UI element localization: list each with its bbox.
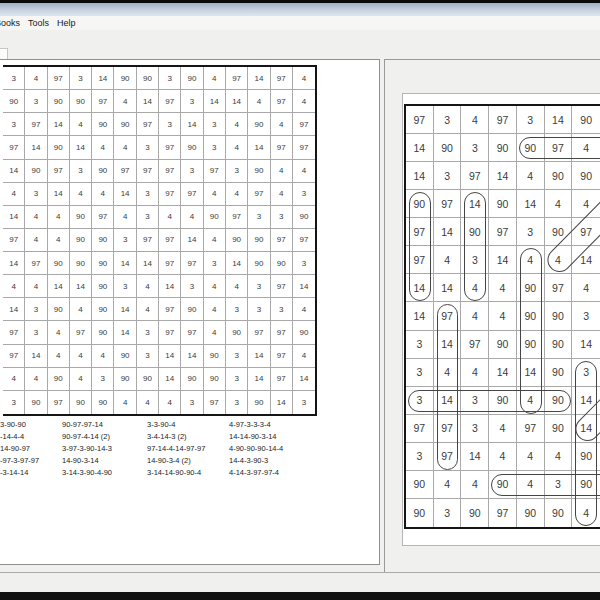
grid-cell[interactable]: 97 xyxy=(25,113,47,136)
grid-cell[interactable]: 90 xyxy=(517,274,545,302)
grid-cell[interactable]: 97 xyxy=(248,183,270,206)
grid-cell[interactable]: 4 xyxy=(204,321,226,344)
grid-cell[interactable]: 14 xyxy=(92,67,114,90)
grid-cell[interactable]: 3 xyxy=(461,246,489,274)
grid-cell[interactable]: 14 xyxy=(114,183,136,206)
grid-cell[interactable]: 97 xyxy=(137,160,159,183)
grid-cell[interactable]: 4 xyxy=(271,160,293,183)
grid-cell[interactable]: 3 xyxy=(114,229,136,252)
grid-cell[interactable]: 90 xyxy=(137,368,159,391)
grid-cell[interactable]: 3 xyxy=(137,321,159,344)
grid-cell[interactable]: 4 xyxy=(204,275,226,298)
grid-cell[interactable]: 3 xyxy=(406,359,434,387)
grid-cell[interactable]: 97 xyxy=(271,136,293,159)
grid-cell[interactable]: 3 xyxy=(461,387,489,415)
grid-cell[interactable]: 97 xyxy=(293,229,315,252)
grid-cell[interactable]: 90 xyxy=(48,368,70,391)
grid-cell[interactable]: 3 xyxy=(226,345,248,368)
grid-cell[interactable]: 97 xyxy=(271,67,293,90)
grid-cell[interactable]: 4 xyxy=(545,190,573,218)
grid-cell[interactable]: 90 xyxy=(92,298,114,321)
grid-cell[interactable]: 90 xyxy=(572,443,600,471)
grid-cell[interactable]: 97 xyxy=(271,345,293,368)
grid-cell[interactable]: 4 xyxy=(461,106,489,134)
grid-cell[interactable]: 3 xyxy=(406,443,434,471)
grid-cell[interactable]: 90 xyxy=(248,113,270,136)
grid-cell[interactable]: 90 xyxy=(92,275,114,298)
grid-cell[interactable]: 14 xyxy=(489,246,517,274)
grid-cell[interactable]: 4 xyxy=(461,274,489,302)
grid-cell[interactable]: 4 xyxy=(70,298,92,321)
grid-cell[interactable]: 3 xyxy=(517,106,545,134)
grid-cell[interactable]: 4 xyxy=(461,302,489,330)
grid-cell[interactable]: 90 xyxy=(248,160,270,183)
grid-cell[interactable]: 4 xyxy=(48,321,70,344)
grid-cell[interactable]: 3 xyxy=(204,113,226,136)
grid-cell[interactable]: 97 xyxy=(3,321,25,344)
grid-cell[interactable]: 14 xyxy=(248,345,270,368)
grid-cell[interactable]: 97 xyxy=(406,415,434,443)
grid-cell[interactable]: 3 xyxy=(517,218,545,246)
grid-cell[interactable]: 90 xyxy=(406,190,434,218)
grid-cell[interactable]: 4 xyxy=(517,387,545,415)
grid-cell[interactable]: 4 xyxy=(70,183,92,206)
grid-cell[interactable]: 97 xyxy=(489,218,517,246)
grid-cell[interactable]: 97 xyxy=(271,368,293,391)
grid-cell[interactable]: 90 xyxy=(517,331,545,359)
grid-cell[interactable]: 4 xyxy=(204,67,226,90)
grid-cell[interactable]: 4 xyxy=(204,229,226,252)
grid-cell[interactable]: 90 xyxy=(114,113,136,136)
menu-tools[interactable]: Tools xyxy=(28,18,49,28)
grid-cell[interactable]: 14 xyxy=(489,162,517,190)
grid-cell[interactable]: 4 xyxy=(48,206,70,229)
grid-cell[interactable]: 90 xyxy=(48,252,70,275)
grid-cell[interactable]: 90 xyxy=(489,387,517,415)
grid-cell[interactable]: 90 xyxy=(406,471,434,499)
grid-cell[interactable]: 90 xyxy=(545,415,573,443)
grid-cell[interactable]: 97 xyxy=(181,183,203,206)
grid-cell[interactable]: 90 xyxy=(489,190,517,218)
grid-cell[interactable]: 3 xyxy=(3,391,25,414)
grid-cell[interactable]: 90 xyxy=(226,321,248,344)
grid-cell[interactable]: 90 xyxy=(92,252,114,275)
grid-cell[interactable]: 97 xyxy=(434,443,462,471)
grid-cell[interactable]: 14 xyxy=(3,160,25,183)
grid-cell[interactable]: 4 xyxy=(159,391,181,414)
grid-cell[interactable]: 3 xyxy=(137,345,159,368)
grid-cell[interactable]: 90 xyxy=(70,90,92,113)
grid-cell[interactable]: 97 xyxy=(434,302,462,330)
grid-cell[interactable]: 3 xyxy=(271,298,293,321)
grid-cell[interactable]: 4 xyxy=(293,160,315,183)
grid-cell[interactable]: 3 xyxy=(137,206,159,229)
grid-cell[interactable]: 14 xyxy=(434,331,462,359)
window-titlebar[interactable] xyxy=(0,3,600,16)
grid-cell[interactable]: 97 xyxy=(226,206,248,229)
grid-cell[interactable]: 90 xyxy=(461,499,489,527)
grid-cell[interactable]: 90 xyxy=(572,162,600,190)
grid-cell[interactable]: 90 xyxy=(545,499,573,527)
grid-cell[interactable]: 4 xyxy=(137,298,159,321)
grid-cell[interactable]: 14 xyxy=(293,368,315,391)
grid-cell[interactable]: 97 xyxy=(48,67,70,90)
grid-cell[interactable]: 4 xyxy=(226,183,248,206)
grid-cell[interactable]: 97 xyxy=(181,321,203,344)
grid-cell[interactable]: 14 xyxy=(226,90,248,113)
grid-cell[interactable]: 97 xyxy=(3,345,25,368)
grid-cell[interactable]: 97 xyxy=(48,160,70,183)
grid-cell[interactable]: 97 xyxy=(137,113,159,136)
grid-cell[interactable]: 90 xyxy=(137,67,159,90)
grid-cell[interactable]: 3 xyxy=(25,90,47,113)
grid-cell[interactable]: 3 xyxy=(572,302,600,330)
grid-cell[interactable]: 14 xyxy=(461,190,489,218)
grid-cell[interactable]: 4 xyxy=(92,345,114,368)
grid-cell[interactable]: 90 xyxy=(92,113,114,136)
grid-cell[interactable]: 90 xyxy=(25,391,47,414)
grid-cell[interactable]: 97 xyxy=(137,229,159,252)
grid-cell[interactable]: 14 xyxy=(159,275,181,298)
grid-cell[interactable]: 14 xyxy=(137,252,159,275)
grid-cell[interactable]: 90 xyxy=(572,471,600,499)
grid-cell[interactable]: 97 xyxy=(489,106,517,134)
grid-cell[interactable]: 3 xyxy=(114,275,136,298)
grid-cell[interactable]: 97 xyxy=(293,136,315,159)
grid-cell[interactable]: 4 xyxy=(489,443,517,471)
